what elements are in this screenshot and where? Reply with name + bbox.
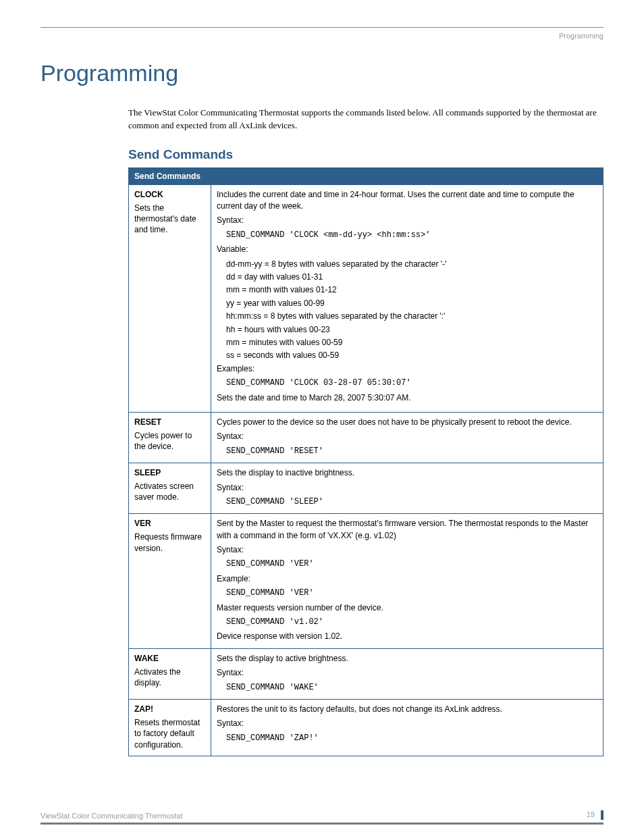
syntax-label: Syntax: [217, 215, 597, 226]
syntax-code: SEND_COMMAND 'SLEEP' [226, 496, 597, 508]
cmd-summary: Sent by the Master to request the thermo… [217, 518, 597, 542]
syntax-code: SEND_COMMAND 'VER' [226, 558, 597, 570]
section-heading: Send Commands [128, 147, 603, 162]
variable-item: dd = day with values 01-31 [226, 271, 597, 283]
table-row: ZAP! Resets thermostat to factory defaul… [129, 699, 603, 756]
example-note: Sets the date and time to March 28, 2007… [217, 392, 597, 404]
table-row: WAKE Activates the display. Sets the dis… [129, 648, 603, 699]
page-title: Programming [41, 60, 603, 86]
cmd-summary: Cycles power to the device so the user d… [217, 417, 597, 428]
syntax-code: SEND_COMMAND 'CLOCK <mm-dd-yy> <hh:mm:ss… [226, 230, 597, 241]
syntax-label: Syntax: [217, 544, 597, 556]
cmd-desc: Requests firmware version. [134, 532, 202, 552]
footer-accent-bar [601, 810, 603, 820]
variable-label: Variable: [217, 244, 597, 255]
footer-left: ViewStat Color Communicating Thermostat [41, 812, 183, 820]
syntax-label: Syntax: [217, 667, 597, 679]
cmd-desc: Sets the thermostat's date and time. [134, 203, 196, 234]
syntax-label: Syntax: [217, 718, 597, 729]
cmd-summary: Restores the unit to its factory default… [217, 704, 597, 715]
cmd-name-clock: CLOCK [134, 189, 205, 200]
cmd-desc: Activates the display. [134, 667, 181, 687]
cmd-desc: Resets thermostat to factory default con… [134, 718, 200, 749]
intro-paragraph: The ViewStat Color Communicating Thermos… [128, 107, 603, 132]
example-code: SEND_COMMAND 'VER' [226, 588, 597, 599]
example-code: SEND_COMMAND 'CLOCK 03-28-07 05:30:07' [226, 377, 597, 389]
variable-item: yy = year with values 00-99 [226, 298, 597, 309]
page-footer: ViewStat Color Communicating Thermostat … [41, 810, 603, 825]
variable-item: ss = seconds with values 00-59 [226, 350, 597, 361]
examples-label: Examples: [217, 363, 597, 375]
example-label: Example: [217, 573, 597, 585]
table-row: CLOCK Sets the thermostat's date and tim… [129, 184, 603, 412]
send-commands-table: Send Commands CLOCK Sets the thermostat'… [128, 167, 603, 756]
cmd-desc: Activates screen saver mode. [134, 481, 194, 502]
cmd-summary: Includes the current date and time in 24… [217, 189, 597, 213]
variable-item: mm = month with values 01-12 [226, 284, 597, 296]
example-note: Master requests version number of the de… [217, 602, 597, 614]
cmd-name-wake: WAKE [134, 653, 205, 664]
cmd-summary: Sets the display to inactive brightness. [217, 467, 597, 479]
table-row: SLEEP Activates screen saver mode. Sets … [129, 463, 603, 514]
syntax-code: SEND_COMMAND 'ZAP!' [226, 733, 597, 744]
variable-item: mm = minutes with values 00-59 [226, 337, 597, 348]
cmd-desc: Cycles power to the device. [134, 431, 192, 451]
syntax-code: SEND_COMMAND 'WAKE' [226, 682, 597, 694]
cmd-summary: Sets the display to active brightness. [217, 653, 597, 664]
variable-item: hh:mm:ss = 8 bytes with values separated… [226, 311, 597, 322]
syntax-label: Syntax: [217, 482, 597, 494]
table-row: VER Requests firmware version. Sent by t… [129, 514, 603, 649]
variable-item: dd-mm-yy = 8 bytes with values separated… [226, 259, 597, 270]
cmd-name-ver: VER [134, 518, 205, 529]
cmd-name-zap: ZAP! [134, 704, 205, 714]
example-code: SEND_COMMAND 'v1.02' [226, 617, 597, 628]
syntax-code: SEND_COMMAND 'RESET' [226, 446, 597, 457]
variable-item: hh = hours with values 00-23 [226, 324, 597, 336]
footer-page-number: 19 [587, 810, 595, 818]
example-note: Device response with version 1.02. [217, 631, 597, 642]
cmd-name-sleep: SLEEP [134, 467, 205, 478]
table-title: Send Commands [129, 167, 603, 184]
cmd-name-reset: RESET [134, 417, 205, 427]
syntax-label: Syntax: [217, 431, 597, 442]
table-row: RESET Cycles power to the device. Cycles… [129, 412, 603, 463]
header-section: Programming [41, 32, 603, 40]
